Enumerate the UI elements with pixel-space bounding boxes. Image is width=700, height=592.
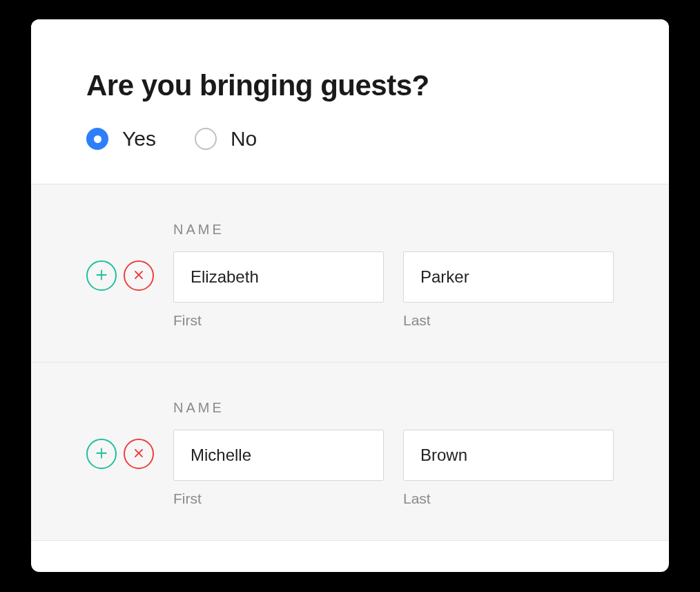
radio-group: Yes No xyxy=(86,127,614,151)
last-name-label: Last xyxy=(403,312,614,329)
last-name-input[interactable] xyxy=(403,430,614,481)
plus-icon xyxy=(95,268,108,284)
radio-label-yes: Yes xyxy=(122,127,156,151)
close-icon xyxy=(132,446,146,462)
name-inputs: First Last xyxy=(173,251,614,329)
name-fields: NAME First Last xyxy=(173,222,614,329)
question-header: Are you bringing guests? Yes No xyxy=(31,19,669,184)
radio-unselected-icon xyxy=(195,128,217,150)
name-fields: NAME First Last xyxy=(173,400,614,507)
name-field-header: NAME xyxy=(173,400,614,416)
guests-area: NAME First Last xyxy=(31,184,669,541)
first-name-label: First xyxy=(173,312,384,329)
row-actions xyxy=(86,400,154,469)
name-inputs: First Last xyxy=(173,430,614,507)
last-name-input[interactable] xyxy=(403,251,614,303)
guest-row: NAME First Last xyxy=(31,184,669,363)
close-icon xyxy=(132,268,146,284)
form-card: Are you bringing guests? Yes No xyxy=(31,19,669,572)
radio-option-no[interactable]: No xyxy=(195,127,257,151)
first-name-input[interactable] xyxy=(173,251,384,303)
remove-guest-button[interactable] xyxy=(124,260,154,291)
first-name-label: First xyxy=(173,490,384,507)
row-actions xyxy=(86,222,154,291)
add-guest-button[interactable] xyxy=(86,260,117,291)
add-guest-button[interactable] xyxy=(86,439,117,469)
radio-label-no: No xyxy=(231,127,257,151)
radio-option-yes[interactable]: Yes xyxy=(86,127,156,151)
name-field-header: NAME xyxy=(173,222,614,238)
radio-selected-icon xyxy=(86,128,108,150)
question-title: Are you bringing guests? xyxy=(86,69,614,102)
plus-icon xyxy=(95,446,108,462)
last-name-label: Last xyxy=(403,490,614,507)
first-name-input[interactable] xyxy=(173,430,384,481)
remove-guest-button[interactable] xyxy=(124,439,154,469)
guest-row: NAME First Last xyxy=(31,363,669,541)
